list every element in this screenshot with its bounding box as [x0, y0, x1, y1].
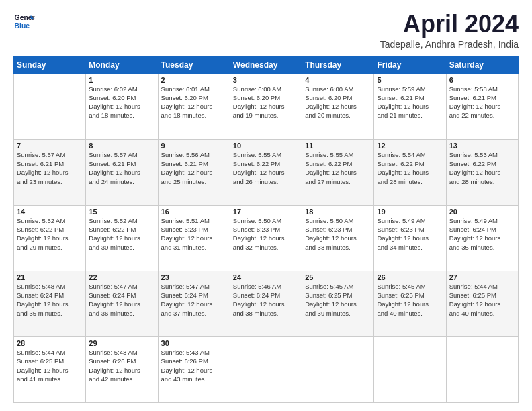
day-cell-w5-d7 — [446, 336, 518, 402]
day-number: 25 — [305, 273, 371, 281]
day-cell-w3-d5: 18Sunrise: 5:50 AM Sunset: 6:23 PM Dayli… — [302, 205, 374, 271]
weekday-header-row: Sunday Monday Tuesday Wednesday Thursday… — [14, 56, 519, 73]
logo-icon: General Blue — [13, 11, 35, 32]
day-info: Sunrise: 5:55 AM Sunset: 6:22 PM Dayligh… — [233, 150, 299, 186]
location: Tadepalle, Andhra Pradesh, India — [380, 39, 519, 50]
day-number: 9 — [161, 142, 227, 150]
day-number: 14 — [17, 208, 83, 216]
day-number: 2 — [161, 76, 227, 84]
day-info: Sunrise: 5:45 AM Sunset: 6:25 PM Dayligh… — [377, 282, 443, 318]
day-cell-w1-d4: 3Sunrise: 6:00 AM Sunset: 6:20 PM Daylig… — [230, 73, 302, 139]
day-cell-w4-d1: 21Sunrise: 5:48 AM Sunset: 6:24 PM Dayli… — [14, 271, 86, 336]
day-info: Sunrise: 5:52 AM Sunset: 6:22 PM Dayligh… — [17, 216, 83, 252]
header-wednesday: Wednesday — [230, 56, 302, 73]
day-cell-w2-d7: 13Sunrise: 5:53 AM Sunset: 6:22 PM Dayli… — [446, 139, 518, 205]
day-cell-w5-d3: 30Sunrise: 5:43 AM Sunset: 6:26 PM Dayli… — [158, 336, 230, 402]
day-cell-w3-d6: 19Sunrise: 5:49 AM Sunset: 6:23 PM Dayli… — [374, 205, 446, 271]
day-info: Sunrise: 5:44 AM Sunset: 6:25 PM Dayligh… — [17, 348, 83, 383]
title-block: April 2024 Tadepalle, Andhra Pradesh, In… — [380, 11, 519, 50]
day-number: 13 — [449, 142, 515, 150]
day-cell-w3-d1: 14Sunrise: 5:52 AM Sunset: 6:22 PM Dayli… — [14, 205, 86, 271]
day-number: 4 — [305, 76, 371, 84]
week-row-4: 21Sunrise: 5:48 AM Sunset: 6:24 PM Dayli… — [14, 271, 519, 336]
header-saturday: Saturday — [446, 56, 518, 73]
day-cell-w5-d5 — [302, 336, 374, 402]
day-info: Sunrise: 5:54 AM Sunset: 6:22 PM Dayligh… — [377, 150, 443, 186]
day-info: Sunrise: 5:59 AM Sunset: 6:21 PM Dayligh… — [377, 85, 443, 120]
day-cell-w2-d5: 11Sunrise: 5:55 AM Sunset: 6:22 PM Dayli… — [302, 139, 374, 205]
day-info: Sunrise: 5:47 AM Sunset: 6:24 PM Dayligh… — [89, 282, 154, 318]
svg-text:Blue: Blue — [15, 22, 30, 30]
day-number: 28 — [17, 339, 83, 347]
day-cell-w4-d5: 25Sunrise: 5:45 AM Sunset: 6:25 PM Dayli… — [302, 271, 374, 336]
day-info: Sunrise: 5:57 AM Sunset: 6:21 PM Dayligh… — [89, 150, 154, 186]
day-cell-w3-d2: 15Sunrise: 5:52 AM Sunset: 6:22 PM Dayli… — [86, 205, 158, 271]
day-number: 23 — [161, 273, 227, 281]
day-cell-w4-d4: 24Sunrise: 5:46 AM Sunset: 6:24 PM Dayli… — [230, 271, 302, 336]
day-cell-w1-d1 — [14, 73, 86, 139]
day-info: Sunrise: 5:52 AM Sunset: 6:22 PM Dayligh… — [89, 216, 154, 252]
day-number: 5 — [377, 76, 443, 84]
header-sunday: Sunday — [14, 56, 86, 73]
week-row-2: 7Sunrise: 5:57 AM Sunset: 6:21 PM Daylig… — [14, 139, 519, 205]
header-tuesday: Tuesday — [158, 56, 230, 73]
day-number: 7 — [17, 142, 83, 150]
day-info: Sunrise: 5:49 AM Sunset: 6:24 PM Dayligh… — [449, 216, 515, 252]
day-info: Sunrise: 6:00 AM Sunset: 6:20 PM Dayligh… — [305, 85, 371, 120]
day-cell-w1-d6: 5Sunrise: 5:59 AM Sunset: 6:21 PM Daylig… — [374, 73, 446, 139]
day-info: Sunrise: 5:43 AM Sunset: 6:26 PM Dayligh… — [89, 348, 154, 383]
day-cell-w5-d4 — [230, 336, 302, 402]
day-info: Sunrise: 5:48 AM Sunset: 6:24 PM Dayligh… — [17, 282, 83, 318]
day-cell-w4-d6: 26Sunrise: 5:45 AM Sunset: 6:25 PM Dayli… — [374, 271, 446, 336]
day-info: Sunrise: 5:58 AM Sunset: 6:21 PM Dayligh… — [449, 85, 515, 120]
header-monday: Monday — [86, 56, 158, 73]
day-number: 21 — [17, 273, 83, 281]
day-number: 12 — [377, 142, 443, 150]
day-info: Sunrise: 5:55 AM Sunset: 6:22 PM Dayligh… — [305, 150, 371, 186]
day-number: 19 — [377, 208, 443, 216]
day-number: 30 — [161, 339, 227, 347]
day-info: Sunrise: 5:43 AM Sunset: 6:26 PM Dayligh… — [161, 348, 227, 383]
day-info: Sunrise: 5:47 AM Sunset: 6:24 PM Dayligh… — [161, 282, 227, 318]
day-number: 22 — [89, 273, 154, 281]
day-number: 15 — [89, 208, 154, 216]
day-number: 17 — [233, 208, 299, 216]
page: General Blue April 2024 Tadepalle, Andhr… — [0, 0, 532, 411]
day-number: 26 — [377, 273, 443, 281]
week-row-5: 28Sunrise: 5:44 AM Sunset: 6:25 PM Dayli… — [14, 336, 519, 402]
day-info: Sunrise: 5:50 AM Sunset: 6:23 PM Dayligh… — [305, 216, 371, 252]
day-cell-w5-d2: 29Sunrise: 5:43 AM Sunset: 6:26 PM Dayli… — [86, 336, 158, 402]
day-number: 6 — [449, 76, 515, 84]
day-cell-w4-d2: 22Sunrise: 5:47 AM Sunset: 6:24 PM Dayli… — [86, 271, 158, 336]
day-cell-w1-d7: 6Sunrise: 5:58 AM Sunset: 6:21 PM Daylig… — [446, 73, 518, 139]
day-number: 11 — [305, 142, 371, 150]
header-thursday: Thursday — [302, 56, 374, 73]
day-info: Sunrise: 5:45 AM Sunset: 6:25 PM Dayligh… — [305, 282, 371, 318]
day-number: 3 — [233, 76, 299, 84]
day-info: Sunrise: 6:02 AM Sunset: 6:20 PM Dayligh… — [89, 85, 154, 120]
day-cell-w1-d5: 4Sunrise: 6:00 AM Sunset: 6:20 PM Daylig… — [302, 73, 374, 139]
day-number: 16 — [161, 208, 227, 216]
day-number: 8 — [89, 142, 154, 150]
header: General Blue April 2024 Tadepalle, Andhr… — [13, 11, 519, 50]
day-cell-w2-d2: 8Sunrise: 5:57 AM Sunset: 6:21 PM Daylig… — [86, 139, 158, 205]
day-cell-w3-d3: 16Sunrise: 5:51 AM Sunset: 6:23 PM Dayli… — [158, 205, 230, 271]
day-number: 20 — [449, 208, 515, 216]
day-info: Sunrise: 5:44 AM Sunset: 6:25 PM Dayligh… — [449, 282, 515, 318]
day-info: Sunrise: 6:00 AM Sunset: 6:20 PM Dayligh… — [233, 85, 299, 120]
day-cell-w3-d7: 20Sunrise: 5:49 AM Sunset: 6:24 PM Dayli… — [446, 205, 518, 271]
day-number: 1 — [89, 76, 154, 84]
day-cell-w3-d4: 17Sunrise: 5:50 AM Sunset: 6:23 PM Dayli… — [230, 205, 302, 271]
day-cell-w2-d4: 10Sunrise: 5:55 AM Sunset: 6:22 PM Dayli… — [230, 139, 302, 205]
day-number: 18 — [305, 208, 371, 216]
day-number: 24 — [233, 273, 299, 281]
day-cell-w1-d2: 1Sunrise: 6:02 AM Sunset: 6:20 PM Daylig… — [86, 73, 158, 139]
day-cell-w5-d6 — [374, 336, 446, 402]
day-cell-w2-d1: 7Sunrise: 5:57 AM Sunset: 6:21 PM Daylig… — [14, 139, 86, 205]
day-number: 29 — [89, 339, 154, 347]
day-info: Sunrise: 5:51 AM Sunset: 6:23 PM Dayligh… — [161, 216, 227, 252]
day-info: Sunrise: 5:57 AM Sunset: 6:21 PM Dayligh… — [17, 150, 83, 186]
day-cell-w4-d7: 27Sunrise: 5:44 AM Sunset: 6:25 PM Dayli… — [446, 271, 518, 336]
day-number: 10 — [233, 142, 299, 150]
day-cell-w4-d3: 23Sunrise: 5:47 AM Sunset: 6:24 PM Dayli… — [158, 271, 230, 336]
